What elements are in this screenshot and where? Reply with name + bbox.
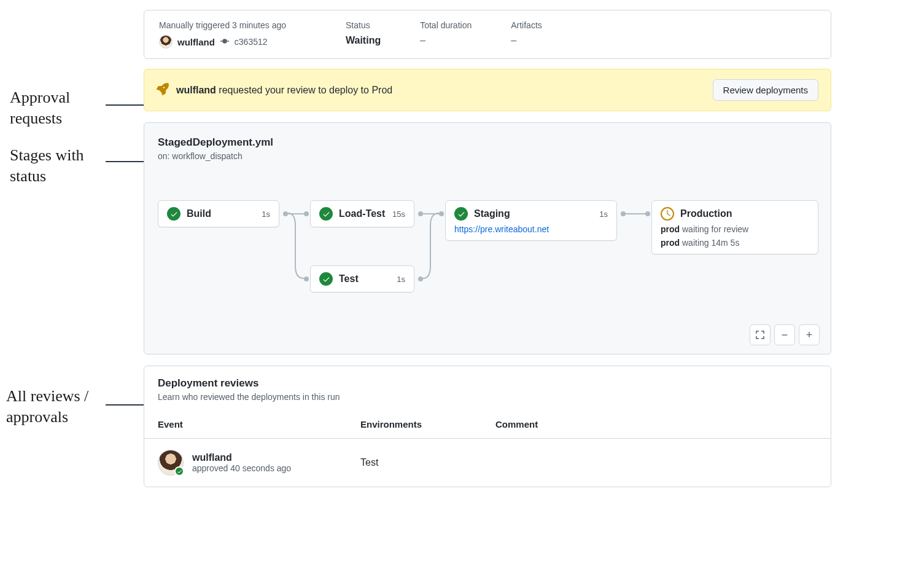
duration-value: –: [420, 35, 472, 46]
approved-badge-icon: [174, 466, 184, 476]
trigger-label: Manually triggered 3 minutes ago: [159, 20, 306, 30]
review-row: wulfland approved 40 seconds ago Test: [144, 438, 831, 487]
annotation-line: [106, 104, 144, 106]
review-deployments-button[interactable]: Review deployments: [713, 79, 818, 101]
stage-loadtest[interactable]: Load-Test 15s: [310, 200, 414, 227]
review-action: approved 40 seconds ago: [192, 463, 291, 473]
zoom-in-button[interactable]: +: [799, 324, 820, 345]
review-env: Test: [360, 457, 495, 468]
staging-url-link[interactable]: https://pre.writeabout.net: [454, 224, 608, 234]
zoom-out-button[interactable]: −: [774, 324, 795, 345]
approval-banner: wulfland requested your review to deploy…: [144, 69, 831, 111]
status-value: Waiting: [346, 35, 381, 46]
stage-staging[interactable]: Staging 1s https://pre.writeabout.net: [445, 200, 617, 241]
avatar: [158, 450, 184, 476]
stage-test[interactable]: Test 1s: [310, 265, 414, 292]
annotation-line: [106, 404, 144, 406]
success-icon: [319, 207, 333, 221]
reviews-title: Deployment reviews: [158, 377, 817, 390]
clock-icon: [661, 207, 674, 221]
workflow-title: StagedDeployment.yml: [158, 136, 817, 149]
commit-icon: [220, 36, 230, 48]
reviews-subtitle: Learn who reviewed the deployments in th…: [158, 392, 817, 402]
status-label: Status: [346, 20, 381, 30]
trigger-username[interactable]: wulfland: [177, 37, 215, 47]
annotation-line: [106, 161, 144, 162]
deployment-reviews-card: Deployment reviews Learn who reviewed th…: [144, 366, 831, 487]
workflow-graph: Build 1s Load-Test 15s: [158, 186, 817, 321]
success-icon: [167, 207, 181, 221]
avatar: [159, 35, 173, 49]
production-detail-2: prod waiting 14m 5s: [661, 238, 809, 248]
duration-label: Total duration: [420, 20, 472, 30]
reviews-table-header: Event Environments Comment: [144, 410, 831, 438]
success-icon: [454, 207, 468, 221]
run-summary-card: Manually triggered 3 minutes ago wulflan…: [144, 10, 831, 59]
approval-text: wulfland requested your review to deploy…: [176, 85, 392, 96]
annotation-approval: Approvalrequests: [10, 87, 70, 129]
annotation-reviews: All reviews /approvals: [6, 386, 88, 428]
fullscreen-button[interactable]: [750, 324, 771, 345]
review-user[interactable]: wulfland: [192, 452, 291, 463]
stage-production[interactable]: Production prod waiting for review prod …: [651, 200, 818, 254]
production-detail-1: prod waiting for review: [661, 224, 809, 234]
commit-hash[interactable]: c363512: [235, 37, 268, 47]
success-icon: [319, 272, 333, 286]
artifacts-label: Artifacts: [511, 20, 542, 30]
annotation-stages: Stages withstatus: [10, 145, 84, 187]
workflow-card: StagedDeployment.yml on: workflow_dispat…: [144, 122, 831, 355]
stage-build[interactable]: Build 1s: [158, 200, 279, 227]
rocket-icon: [157, 83, 169, 98]
workflow-subtitle: on: workflow_dispatch: [158, 151, 817, 161]
artifacts-value: –: [511, 35, 542, 46]
